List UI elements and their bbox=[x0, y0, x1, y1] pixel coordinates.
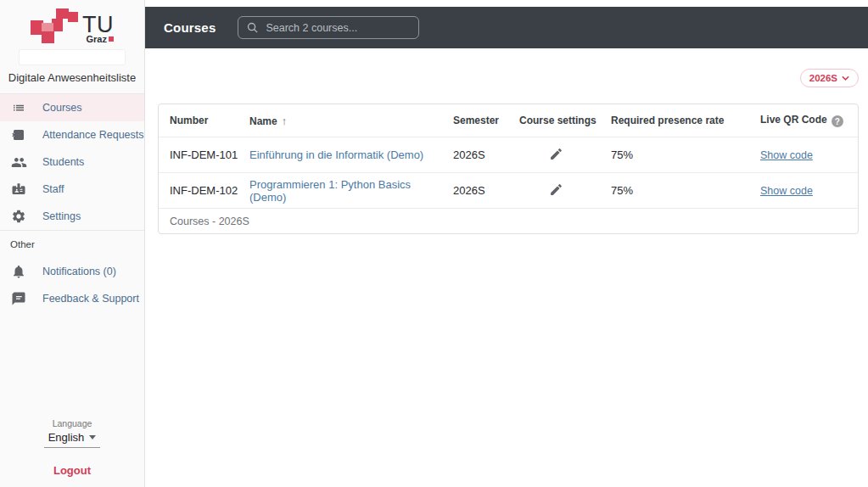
bell-icon bbox=[10, 263, 27, 280]
sidebar-item-students[interactable]: Students bbox=[0, 148, 144, 176]
logo-text-graz: Graz bbox=[87, 34, 107, 44]
language-value: English bbox=[48, 431, 85, 444]
show-code-link[interactable]: Show code bbox=[760, 185, 813, 197]
column-header-number: Number bbox=[159, 104, 238, 137]
list-icon bbox=[10, 99, 27, 116]
sidebar-item-label: Students bbox=[42, 156, 84, 168]
people-icon bbox=[10, 154, 27, 171]
sidebar-item-feedback-support[interactable]: Feedback & Support bbox=[0, 285, 144, 312]
sidebar-item-settings[interactable]: Settings bbox=[0, 203, 144, 230]
semester-filter-label: 2026S bbox=[809, 73, 837, 83]
column-header-course-settings: Course settings bbox=[508, 104, 600, 137]
sidebar-item-label: Notifications (0) bbox=[42, 266, 116, 277]
course-number: INF-DEM-102 bbox=[159, 172, 238, 208]
logo-subtitle-box bbox=[20, 50, 125, 64]
tu-graz-logo: TU Graz bbox=[0, 8, 144, 46]
divider bbox=[0, 230, 144, 231]
help-icon[interactable] bbox=[832, 115, 843, 127]
sidebar-item-label: Staff bbox=[42, 183, 64, 195]
sidebar-nav: Courses Attendance Requests Students bbox=[0, 94, 144, 230]
topbar: Courses bbox=[145, 7, 868, 48]
course-number: INF-DEM-101 bbox=[159, 137, 238, 172]
sidebar: TU Graz Digitale Anwesenheitsliste Cours… bbox=[0, 0, 145, 487]
sidebar-item-courses[interactable]: Courses bbox=[0, 94, 144, 121]
course-semester: 2026S bbox=[442, 172, 508, 208]
column-header-semester: Semester bbox=[442, 104, 508, 137]
table-footer-label: Courses - 2026S bbox=[159, 208, 858, 233]
logout-button[interactable]: Logout bbox=[53, 464, 91, 477]
language-label: Language bbox=[53, 418, 92, 428]
main-area: Courses 2026S bbox=[145, 0, 868, 487]
column-header-live-qr-code: Live QR Code bbox=[749, 104, 858, 137]
search-icon bbox=[246, 21, 259, 34]
language-select[interactable]: English bbox=[44, 431, 100, 448]
presence-rate: 75% bbox=[600, 137, 749, 172]
table-row: INF-DEM-101 Einführung in die Informatik… bbox=[159, 137, 858, 172]
gear-icon bbox=[10, 208, 27, 225]
course-name-link[interactable]: Einführung in die Informatik (Demo) bbox=[249, 148, 423, 161]
sidebar-item-label: Courses bbox=[42, 102, 82, 114]
presence-rate: 75% bbox=[600, 172, 749, 208]
badge-icon bbox=[10, 181, 27, 198]
cancel-presentation-icon bbox=[10, 126, 27, 143]
app-root: TU Graz Digitale Anwesenheitsliste Cours… bbox=[0, 0, 868, 487]
sidebar-item-label: Settings bbox=[42, 210, 81, 222]
other-section-label: Other bbox=[0, 239, 144, 249]
column-header-name[interactable]: Name↑ bbox=[238, 104, 442, 137]
sort-asc-icon: ↑ bbox=[282, 115, 288, 127]
page-title: Courses bbox=[164, 20, 216, 35]
course-name-link[interactable]: Programmieren 1: Python Basics (Demo) bbox=[249, 178, 411, 204]
sidebar-item-attendance-requests[interactable]: Attendance Requests bbox=[0, 121, 144, 148]
course-semester: 2026S bbox=[442, 137, 508, 172]
sidebar-item-label: Feedback & Support bbox=[42, 293, 139, 305]
chat-icon bbox=[10, 290, 27, 307]
chevron-down-icon bbox=[842, 76, 849, 81]
search-input[interactable] bbox=[266, 22, 411, 34]
semester-filter-button[interactable]: 2026S bbox=[800, 69, 859, 87]
table-header-row: Number Name↑ Semester Course settings Re… bbox=[159, 104, 858, 137]
search-box[interactable] bbox=[238, 16, 419, 39]
chevron-down-icon bbox=[89, 435, 96, 439]
table-row: INF-DEM-102 Programmieren 1: Python Basi… bbox=[159, 172, 858, 208]
sidebar-item-label: Attendance Requests bbox=[42, 129, 144, 141]
tu-graz-logo-mark bbox=[31, 8, 79, 43]
logo-red-square bbox=[109, 36, 114, 42]
table-footer-row: Courses - 2026S bbox=[159, 208, 858, 233]
sidebar-item-staff[interactable]: Staff bbox=[0, 176, 144, 203]
edit-course-button[interactable] bbox=[549, 182, 563, 197]
sidebar-item-notifications[interactable]: Notifications (0) bbox=[0, 258, 144, 285]
app-title: Digitale Anwesenheitsliste bbox=[0, 71, 144, 84]
content: 2026S Number Name↑ Semester C bbox=[145, 48, 868, 234]
column-header-presence-rate: Required presence rate bbox=[600, 104, 749, 137]
pencil-icon bbox=[549, 147, 563, 161]
sidebar-bottom: Language English Logout bbox=[0, 418, 144, 487]
pencil-icon bbox=[549, 182, 563, 197]
courses-table: Number Name↑ Semester Course settings Re… bbox=[158, 104, 859, 234]
show-code-link[interactable]: Show code bbox=[760, 149, 813, 161]
logo-text-tu: TU bbox=[82, 14, 114, 36]
edit-course-button[interactable] bbox=[549, 147, 563, 161]
